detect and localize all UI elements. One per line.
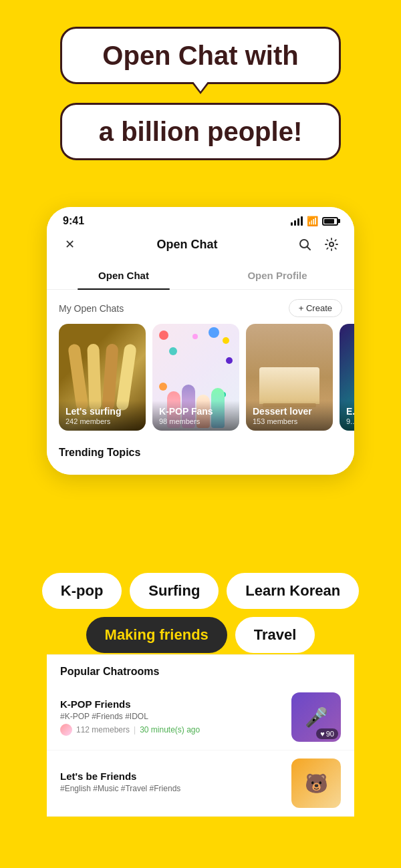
chat-item-info-kpop: K-POP Friends #K-POP #Friends #IDOL 112 … <box>60 698 282 736</box>
status-icons: 📶 <box>291 216 338 226</box>
chat-card-surfing[interactable]: Let's surfing 242 members <box>59 324 146 431</box>
chat-item-meta-kpop: 112 memebers | 30 minute(s) ago <box>60 724 282 736</box>
svg-line-1 <box>307 247 310 250</box>
search-icon[interactable] <box>295 235 314 254</box>
chat-card-dessert[interactable]: Dessert lover 153 members <box>246 324 333 431</box>
status-time: 9:41 <box>63 215 84 227</box>
chat-item-friends[interactable]: Let's be Friends #English #Music #Travel… <box>47 750 354 817</box>
trending-title: Trending Topics <box>59 447 342 459</box>
card-overlay-dessert: Dessert lover 153 members <box>246 401 333 431</box>
battery-icon <box>322 217 338 226</box>
chat-card-extra[interactable]: E... 9... <box>340 324 354 431</box>
card-overlay-surfing: Let's surfing 242 members <box>59 401 146 431</box>
chat-item-tags-friends: #English #Music #Travel #Friends <box>60 784 282 793</box>
chat-item-kpop-friends[interactable]: K-POP Friends #K-POP #Friends #IDOL 112 … <box>47 684 354 750</box>
hero-line2: a billion people! <box>86 117 315 146</box>
popular-section: Popular Chatrooms K-POP Friends #K-POP #… <box>47 654 354 817</box>
thumb-friends-inner: 🐻 <box>291 758 341 808</box>
hero-section: Open Chat with a billion people! <box>0 0 401 182</box>
divider-kpop: | <box>134 725 136 734</box>
tags-row: K-pop Surfing Learn Korean <box>20 573 381 609</box>
chat-card-kpop[interactable]: K-POP Fans 98 members <box>152 324 239 431</box>
phone-mockup: 9:41 📶 ✕ Open Chat <box>47 207 354 475</box>
chat-item-tags-kpop: #K-POP #Friends #IDOL <box>60 712 282 721</box>
wifi-icon: 📶 <box>307 216 318 226</box>
status-bar: 9:41 📶 <box>47 207 354 230</box>
tag-learn-korean[interactable]: Learn Korean <box>227 573 359 609</box>
chat-item-name-friends: Let's be Friends <box>60 771 282 782</box>
tag-kpop[interactable]: K-pop <box>42 573 122 609</box>
tags-section: K-pop Surfing Learn Korean Making friend… <box>0 573 401 653</box>
tags-row-2: Making friends Travel <box>20 617 381 653</box>
card-title-surfing: Let's surfing <box>65 406 139 417</box>
hero-line1: Open Chat with <box>86 41 315 70</box>
tag-travel[interactable]: Travel <box>235 617 315 653</box>
create-button[interactable]: + Create <box>289 299 342 317</box>
my-open-chats-label: My Open Chats <box>59 303 124 314</box>
speech-bubble-2: a billion people! <box>60 103 341 160</box>
card-overlay-kpop: K-POP Fans 98 members <box>152 401 239 431</box>
chat-thumb-friends: 🐻 <box>291 758 341 808</box>
members-count-kpop: 112 memebers <box>76 725 130 734</box>
chat-cards-row: Let's surfing 242 members <box>47 324 354 441</box>
card-members-extra: 9... <box>346 417 354 425</box>
app-header: ✕ Open Chat <box>47 230 354 262</box>
time-ago-kpop: 30 minute(s) ago <box>140 725 200 734</box>
card-members-kpop: 98 members <box>159 417 233 425</box>
card-title-dessert: Dessert lover <box>253 406 326 417</box>
speech-bubble-1: Open Chat with <box>60 27 341 84</box>
card-title-kpop: K-POP Fans <box>159 406 233 417</box>
card-members-dessert: 153 members <box>253 417 326 425</box>
card-overlay-extra: E... 9... <box>340 401 354 431</box>
tab-open-profile[interactable]: Open Profile <box>200 262 354 289</box>
my-open-chats-header: My Open Chats + Create <box>47 290 354 324</box>
chat-item-name-kpop: K-POP Friends <box>60 698 282 710</box>
tag-making-friends[interactable]: Making friends <box>86 617 227 653</box>
svg-point-2 <box>329 242 333 246</box>
header-title: Open Chat <box>156 238 217 252</box>
tabs: Open Chat Open Profile <box>47 262 354 290</box>
tab-open-chat[interactable]: Open Chat <box>47 262 200 289</box>
heart-badge-kpop: ♥ 90 <box>316 728 338 739</box>
settings-icon[interactable] <box>322 235 341 254</box>
signal-icon <box>291 216 303 226</box>
tag-surfing[interactable]: Surfing <box>130 573 219 609</box>
card-members-surfing: 242 members <box>65 417 139 425</box>
chat-thumb-kpop: 🎤 ♥ 90 <box>291 692 341 742</box>
chat-item-info-friends: Let's be Friends #English #Music #Travel… <box>60 771 282 796</box>
avatar-kpop <box>60 724 72 736</box>
trending-section: Trending Topics <box>47 441 354 475</box>
popular-header: Popular Chatrooms <box>47 654 354 684</box>
close-icon[interactable]: ✕ <box>60 235 79 254</box>
card-title-extra: E... <box>346 406 354 417</box>
